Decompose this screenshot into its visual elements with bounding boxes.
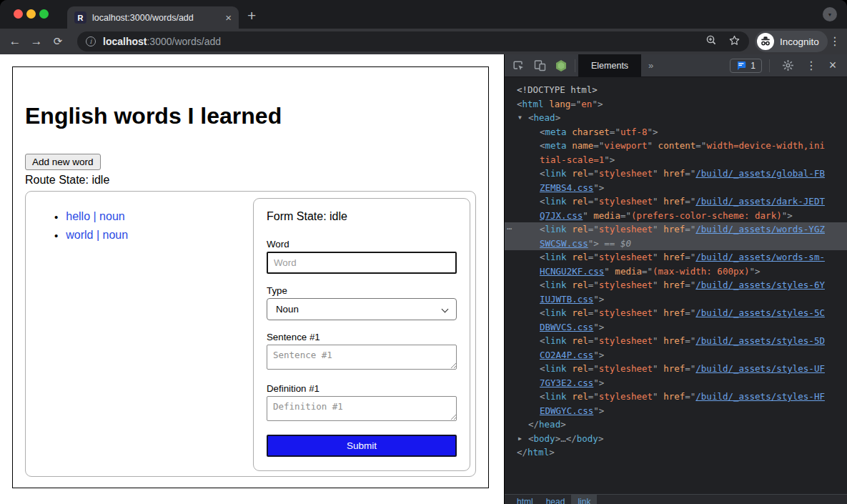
code-line[interactable]: DBWVCS.css"> [505,320,847,335]
definition-textarea[interactable] [267,396,457,421]
more-panels-icon[interactable]: » [641,60,660,71]
collapse-arrow-icon[interactable]: ▶ [518,432,522,446]
maximize-window-button[interactable] [39,9,49,19]
code-token: "> [604,154,615,165]
code-token: rel [567,196,588,207]
code-token: link [545,391,567,402]
new-tab-button[interactable]: + [247,7,256,24]
code-token: =" [588,280,599,290]
breadcrumb-item[interactable]: html [510,495,540,504]
code-line[interactable]: <meta charset="utf-8"> [505,125,847,139]
code-token: " [653,168,658,179]
code-token: > [555,112,561,123]
extension-hexagon-icon[interactable] [550,59,572,72]
expand-arrow-icon[interactable]: ▼ [518,111,522,125]
code-line[interactable]: ▶<body>…</body> [505,432,847,446]
words-list: •hello | noun•world | noun [54,207,128,244]
code-line[interactable]: <link rel="stylesheet" href="/build/_ass… [505,250,847,265]
breadcrumb-item[interactable]: head [540,495,572,504]
site-info-icon[interactable]: i [86,36,96,46]
code-token: =" [588,335,599,346]
code-line[interactable]: </html> [505,445,847,460]
resize-grip-icon[interactable] [450,414,457,420]
code-token: (max-width: 600px) [653,266,749,277]
resize-grip-icon[interactable] [450,362,457,369]
browser-menu-icon[interactable]: ⋮ [828,34,842,48]
code-line[interactable]: HCNGU2KF.css" media="(max-width: 600px)"… [505,265,847,279]
code-line[interactable]: ⋯<link rel="stylesheet" href="/build/_as… [505,222,847,237]
code-token: href [658,391,685,402]
code-line[interactable]: </head> [505,417,847,432]
word-link[interactable]: world | noun [66,229,128,242]
code-line[interactable]: <link rel="stylesheet" href="/build/_ass… [505,167,847,181]
code-token: < [528,433,534,444]
code-line[interactable]: <meta name="viewport" content="width=dev… [505,139,847,153]
close-window-button[interactable] [14,9,23,19]
code-line[interactable]: CO2A4P.css"> [505,348,847,362]
code-line[interactable]: ZEMBS4.css"> [505,181,847,195]
code-token: < [540,196,545,207]
code-token: href [658,363,685,374]
code-line[interactable]: SWCSW.css"> == $0 [505,237,847,251]
zoom-icon[interactable] [705,34,717,49]
close-tab-icon[interactable]: × [225,12,232,23]
code-line[interactable]: 7GY3E2.css"> [505,376,847,390]
back-button[interactable]: ← [4,34,26,49]
tab-title: localhost:3000/words/add [92,13,219,23]
word-link[interactable]: hello | noun [66,210,124,223]
word-label: Word [267,239,289,249]
code-line[interactable]: <link rel="stylesheet" href="/build/_ass… [505,278,847,292]
code-token: rel [567,252,588,262]
minimize-window-button[interactable] [26,9,36,19]
code-line[interactable]: <link rel="stylesheet" href="/build/_ass… [505,334,847,348]
word-list-item: •hello | noun [54,207,128,226]
code-token: " [653,363,658,374]
bookmark-star-icon[interactable] [728,34,740,49]
code-line[interactable]: EDWGYC.css"> [505,404,847,418]
code-token: == $0 [599,238,631,249]
browser-tab[interactable]: R localhost:3000/words/add × [67,6,239,29]
code-line[interactable]: tial-scale=1"> [505,153,847,167]
inspect-element-icon[interactable] [507,59,529,71]
code-line[interactable]: <html lang="en"> [505,97,847,112]
code-line[interactable]: <link rel="stylesheet" href="/build/_ass… [505,306,847,320]
code-token: href [658,224,685,234]
issues-button[interactable]: 1 [730,59,762,73]
code-line[interactable]: IUJWTB.css"> [505,292,847,307]
code-line[interactable]: Q7JX.css" media="(prefers-color-scheme: … [505,209,847,223]
line-menu-dots-icon[interactable]: ⋯ [507,222,512,237]
reload-button[interactable]: ⟳ [47,35,69,48]
url-text[interactable]: localhost:3000/words/add [103,36,221,47]
code-token: content [653,140,695,151]
word-input[interactable] [267,252,457,274]
code-line[interactable]: <link rel="stylesheet" href="/build/_ass… [505,194,847,209]
devtools-menu-icon[interactable]: ⋮ [803,59,820,72]
code-token: IUJWTB.css [540,294,593,305]
code-line[interactable]: <link rel="stylesheet" href="/build/_ass… [505,390,847,404]
code-line[interactable]: ▼<head> [505,111,847,125]
submit-button[interactable]: Submit [267,435,457,457]
breadcrumb-item[interactable]: link [571,495,597,504]
code-line[interactable]: <!DOCTYPE html> [505,83,847,97]
code-token: < [540,127,545,137]
tab-elements[interactable]: Elements [578,54,641,77]
forward-button[interactable]: → [26,34,47,49]
code-token: =" [685,363,695,374]
devtools-close-icon[interactable]: × [824,58,841,73]
tab-search-button[interactable]: ▼ [823,7,837,21]
route-state-text: Route State: idle [25,174,109,187]
code-line[interactable]: <link rel="stylesheet" href="/build/_ass… [505,362,847,376]
code-token: href [658,280,685,290]
code-token: < [540,391,545,402]
type-select[interactable]: Noun [267,298,457,320]
words-panel: •hello | noun•world | noun Form State: i… [25,191,476,477]
device-toolbar-icon[interactable] [529,59,550,71]
address-bar[interactable]: i localhost:3000/words/add [77,31,749,51]
code-token: /build/_assets/styles-5D [695,335,825,346]
address-toolbar: ← → ⟳ i localhost:3000/words/add Incogni… [0,29,847,54]
sentence-textarea[interactable] [267,345,457,370]
add-new-word-button[interactable]: Add new word [25,154,101,170]
settings-gear-icon[interactable] [777,59,798,71]
code-token: href [658,335,685,346]
issues-bubble-icon [736,61,746,71]
